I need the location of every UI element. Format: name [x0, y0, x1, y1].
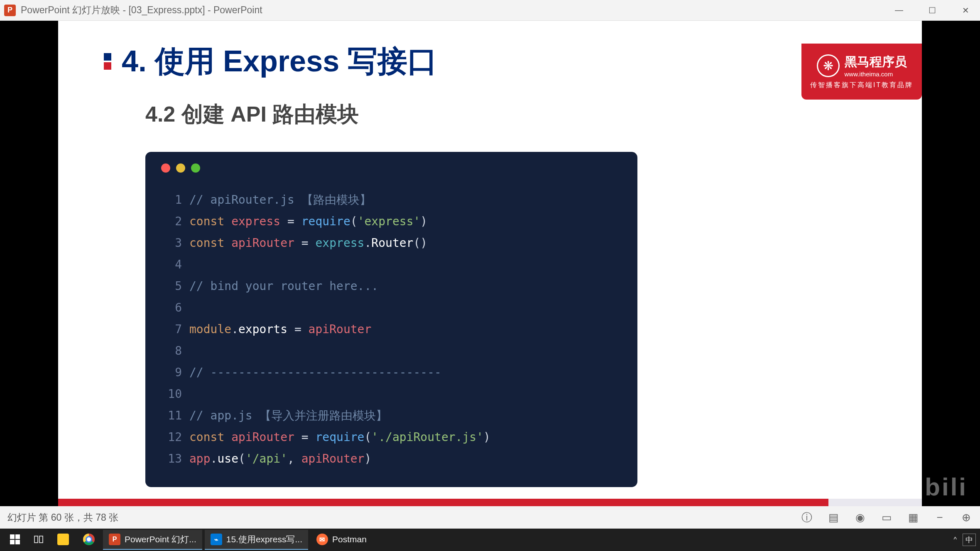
code-line: 11// app.js 【导入并注册路由模块】	[161, 405, 622, 427]
chrome-button[interactable]	[77, 530, 100, 550]
code-text: 1// apiRouter.js 【路由模块】2const express = …	[161, 189, 622, 470]
postman-task-label: Postman	[332, 534, 367, 544]
slide-content: 4. 使用 Express 写接口 ❋ 黑马程序员 www.itheima.co…	[58, 21, 922, 506]
task-view-icon	[34, 536, 43, 543]
vscode-task-button[interactable]: ⌁ 15.使用express写...	[205, 530, 308, 550]
zoom-in-icon[interactable]: ⊕	[960, 511, 973, 524]
logo-url: www.itheima.com	[845, 71, 907, 78]
window-title: PowerPoint 幻灯片放映 - [03_Express.pptx] - P…	[21, 4, 262, 17]
windows-icon	[10, 534, 20, 544]
start-button[interactable]	[4, 530, 26, 550]
status-bar: 幻灯片 第 60 张，共 78 张 ⓘ ▤ ◉ ▭ ▦ − ⊕	[0, 506, 980, 529]
postman-task-button[interactable]: ✉ Postman	[311, 530, 372, 550]
task-view-button[interactable]	[28, 530, 49, 550]
svg-rect-0	[10, 534, 15, 539]
window-titlebar: P PowerPoint 幻灯片放映 - [03_Express.pptx] -…	[0, 0, 980, 21]
grid-view-icon[interactable]: ▦	[907, 511, 919, 524]
powerpoint-task-label: PowerPoint 幻灯...	[125, 534, 196, 545]
slide-counter: 幻灯片 第 60 张，共 78 张	[7, 511, 118, 524]
slide-subtitle: 4.2 创建 API 路由模块	[145, 100, 876, 129]
slide-heading: 4. 使用 Express 写接口	[104, 41, 876, 81]
vscode-icon: ⌁	[211, 534, 222, 545]
svg-rect-2	[10, 540, 15, 544]
code-line: 7module.exports = apiRouter	[161, 319, 622, 340]
code-line: 2const express = require('express')	[161, 211, 622, 232]
tray-chevron-icon[interactable]: ^	[953, 536, 957, 544]
mac-traffic-lights	[161, 163, 622, 173]
file-explorer-button[interactable]	[51, 530, 75, 550]
notes-icon[interactable]: ▤	[827, 511, 840, 524]
code-line: 10	[161, 383, 622, 405]
pointer-tool-icon[interactable]: ⓘ	[801, 511, 813, 524]
postman-icon: ✉	[316, 534, 328, 545]
slide-heading-text: 4. 使用 Express 写接口	[122, 41, 437, 81]
traffic-yellow-icon	[176, 163, 185, 173]
code-block: 1// apiRouter.js 【路由模块】2const express = …	[145, 152, 637, 487]
code-line: 12const apiRouter = require('./apiRouter…	[161, 427, 622, 448]
code-line: 8	[161, 340, 622, 362]
windows-taskbar: P PowerPoint 幻灯... ⌁ 15.使用express写... ✉ …	[0, 529, 980, 551]
powerpoint-icon: P	[4, 5, 16, 16]
logo-name: 黑马程序员	[845, 54, 907, 71]
traffic-green-icon	[191, 163, 200, 173]
powerpoint-task-button[interactable]: P PowerPoint 幻灯...	[103, 530, 202, 550]
logo-icon: ❋	[817, 54, 840, 77]
folder-icon	[57, 534, 69, 545]
code-line: 5// bind your router here...	[161, 276, 622, 297]
subtitles-icon[interactable]: ◉	[854, 511, 866, 524]
brand-logo: ❋ 黑马程序员 www.itheima.com 传智播客旗下高端IT教育品牌	[801, 44, 922, 100]
code-line: 9// ---------------------------------	[161, 362, 622, 383]
logo-tagline: 传智播客旗下高端IT教育品牌	[810, 81, 913, 90]
svg-rect-1	[15, 534, 20, 539]
slideshow-area[interactable]: 4. 使用 Express 写接口 ❋ 黑马程序员 www.itheima.co…	[0, 21, 980, 506]
reading-view-icon[interactable]: ▭	[880, 511, 893, 524]
slide-footer-bar	[58, 499, 922, 506]
chrome-icon	[83, 534, 95, 545]
code-line: 1// apiRouter.js 【路由模块】	[161, 189, 622, 211]
zoom-out-icon[interactable]: −	[933, 511, 946, 524]
bilibili-watermark: bilibili	[882, 473, 968, 501]
code-line: 4	[161, 254, 622, 276]
close-button[interactable]: ✕	[955, 4, 976, 17]
traffic-red-icon	[161, 163, 170, 173]
vscode-task-label: 15.使用express写...	[226, 534, 302, 545]
maximize-button[interactable]: ☐	[922, 4, 943, 17]
minimize-button[interactable]: —	[889, 4, 909, 17]
code-line: 6	[161, 297, 622, 319]
ime-indicator[interactable]: 中	[963, 534, 976, 546]
code-line: 13app.use('/api', apiRouter)	[161, 448, 622, 470]
code-line: 3const apiRouter = express.Router()	[161, 232, 622, 254]
heading-bullet-icon	[104, 53, 111, 70]
svg-rect-3	[15, 540, 20, 544]
powerpoint-task-icon: P	[109, 534, 120, 545]
